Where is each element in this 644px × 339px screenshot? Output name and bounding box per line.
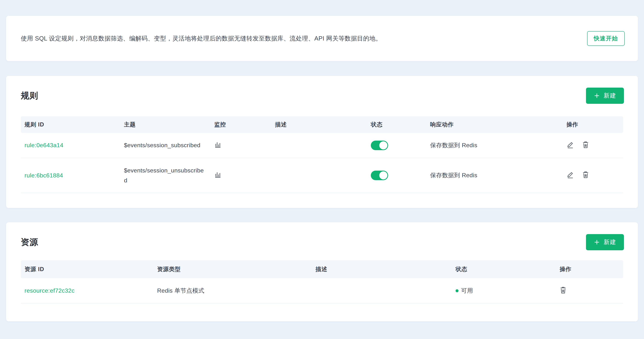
rule-engine-page: 使用 SQL 设定规则，对消息数据筛选、编解码、变型，灵活地将处理后的数据无缝转… <box>0 0 644 321</box>
bar-chart-icon[interactable] <box>214 171 222 178</box>
resource-id-link[interactable]: resource:ef72c32c <box>21 278 154 303</box>
col-operations: 操作 <box>556 260 623 278</box>
create-resource-label: 新建 <box>604 238 616 246</box>
rule-id-link[interactable]: rule:0e643a14 <box>21 133 120 158</box>
col-operations: 操作 <box>563 116 623 133</box>
banner-text: 使用 SQL 设定规则，对消息数据筛选、编解码、变型，灵活地将处理后的数据无缝转… <box>21 34 382 43</box>
resource-type: Redis 单节点模式 <box>154 278 312 303</box>
rule-topic: $events/session_unsubscribed <box>120 158 210 193</box>
col-status: 状态 <box>452 260 556 278</box>
resources-table-header-row: 资源 ID 资源类型 描述 状态 操作 <box>21 260 623 278</box>
create-rule-label: 新建 <box>604 92 616 100</box>
status-label: 可用 <box>461 287 473 295</box>
rules-section: 规则 新建 规则 ID 主题 <box>6 76 638 208</box>
col-description: 描述 <box>271 116 367 133</box>
resources-table: 资源 ID 资源类型 描述 状态 操作 resource:ef72c32c Re… <box>21 260 623 304</box>
plus-icon <box>594 93 600 99</box>
resources-section: 资源 新建 资源 ID 资源类型 描述 <box>6 222 638 321</box>
col-description: 描述 <box>312 260 452 278</box>
col-action: 响应动作 <box>426 116 563 133</box>
rule-row: rule:0e643a14 $events/session_subscribed <box>21 133 623 158</box>
rule-enabled-toggle[interactable] <box>371 141 388 150</box>
rules-header: 规则 新建 <box>6 76 638 104</box>
col-rule-id: 规则 ID <box>21 116 120 133</box>
resource-description <box>312 278 452 303</box>
resources-title: 资源 <box>21 237 38 248</box>
rule-description <box>271 158 367 193</box>
delete-rule-button[interactable] <box>582 141 589 149</box>
delete-resource-button[interactable] <box>560 286 567 294</box>
rule-id-link[interactable]: rule:6bc61884 <box>21 158 120 193</box>
rule-enabled-toggle[interactable] <box>371 171 388 180</box>
col-resource-type: 资源类型 <box>154 260 312 278</box>
rule-description <box>271 133 367 158</box>
resource-row: resource:ef72c32c Redis 单节点模式 可用 <box>21 278 623 303</box>
col-resource-id: 资源 ID <box>21 260 154 278</box>
delete-rule-button[interactable] <box>582 171 589 179</box>
rule-action: 保存数据到 Redis <box>426 133 563 158</box>
plus-icon <box>594 239 600 245</box>
rule-row: rule:6bc61884 $events/session_unsubscrib… <box>21 158 623 193</box>
rule-topic: $events/session_subscribed <box>120 133 210 158</box>
quick-start-button[interactable]: 快速开始 <box>587 31 625 46</box>
rule-action: 保存数据到 Redis <box>426 158 563 193</box>
status-dot-icon <box>456 289 458 292</box>
col-metrics: 监控 <box>210 116 271 133</box>
col-status: 状态 <box>367 116 426 133</box>
edit-rule-button[interactable] <box>566 141 574 149</box>
rules-table: 规则 ID 主题 监控 描述 状态 响应动作 操作 rule:0e643a14 … <box>21 116 623 193</box>
bar-chart-icon[interactable] <box>214 141 222 148</box>
create-rule-button[interactable]: 新建 <box>586 88 624 104</box>
intro-banner: 使用 SQL 设定规则，对消息数据筛选、编解码、变型，灵活地将处理后的数据无缝转… <box>6 16 638 61</box>
resources-header: 资源 新建 <box>6 222 638 250</box>
create-resource-button[interactable]: 新建 <box>586 234 624 250</box>
status-badge: 可用 <box>456 287 473 295</box>
rules-table-header-row: 规则 ID 主题 监控 描述 状态 响应动作 操作 <box>21 116 623 133</box>
rules-title: 规则 <box>21 90 38 101</box>
col-topic: 主题 <box>120 116 210 133</box>
edit-rule-button[interactable] <box>566 171 574 179</box>
